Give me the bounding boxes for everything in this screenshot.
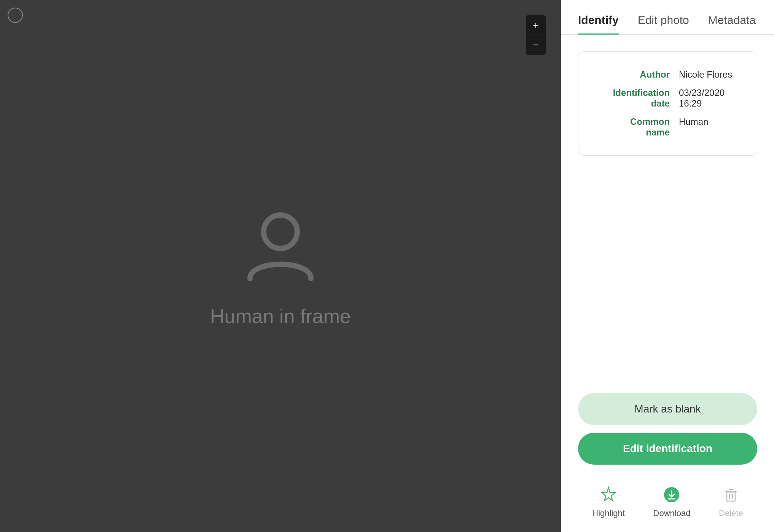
download-label: Download — [653, 508, 691, 518]
label-common-name: Commonname — [594, 116, 670, 138]
photo-placeholder: Human in frame — [210, 204, 351, 328]
label-author: Author — [594, 69, 670, 80]
value-identification-date: 03/23/2020 16:29 — [679, 88, 742, 109]
download-icon — [662, 485, 682, 505]
info-row-common-name: Commonname Human — [594, 113, 742, 142]
bottom-toolbar: Highlight Download — [561, 474, 774, 532]
value-author: Nicole Flores — [679, 69, 732, 80]
delete-icon — [721, 485, 741, 505]
edit-identification-button[interactable]: Edit identification — [578, 433, 757, 465]
delete-label: Delete — [719, 508, 743, 518]
highlight-label: Highlight — [592, 508, 625, 518]
person-icon — [239, 204, 322, 290]
highlight-toolbar-item[interactable]: Highlight — [592, 485, 625, 518]
zoom-out-button[interactable]: − — [526, 35, 546, 55]
tab-identify[interactable]: Identify — [578, 14, 619, 35]
info-row-author: Author Nicole Flores — [594, 65, 742, 84]
zoom-in-button[interactable]: + — [526, 15, 546, 35]
info-row-identification-date: Identificationdate 03/23/2020 16:29 — [594, 84, 742, 113]
photo-label: Human in frame — [210, 305, 351, 328]
svg-point-0 — [264, 215, 297, 248]
zoom-controls: + − — [526, 15, 546, 55]
svg-rect-4 — [727, 492, 735, 501]
sidebar: Identify Edit photo Metadata Author Nico… — [561, 0, 774, 532]
photo-panel: + − Human in frame — [0, 0, 561, 532]
action-buttons: Mark as blank Edit identification — [561, 393, 774, 465]
tabs: Identify Edit photo Metadata — [561, 0, 774, 35]
mark-as-blank-button[interactable]: Mark as blank — [578, 393, 757, 425]
sidebar-content: Author Nicole Flores Identificationdate … — [561, 35, 774, 393]
delete-toolbar-item[interactable]: Delete — [719, 485, 743, 518]
label-identification-date: Identificationdate — [594, 88, 670, 109]
download-toolbar-item[interactable]: Download — [653, 485, 691, 518]
content-spacer — [578, 168, 757, 376]
highlight-icon — [599, 485, 618, 505]
svg-marker-1 — [602, 487, 615, 501]
value-common-name: Human — [679, 116, 708, 138]
tab-metadata[interactable]: Metadata — [708, 14, 756, 35]
tab-edit-photo[interactable]: Edit photo — [638, 14, 689, 35]
info-card: Author Nicole Flores Identificationdate … — [578, 51, 757, 156]
circle-indicator — [8, 8, 23, 23]
